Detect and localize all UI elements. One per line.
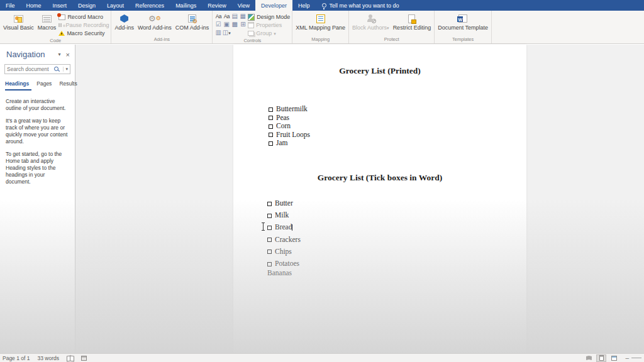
pause-recording-icon	[58, 23, 64, 28]
tickbox-control[interactable]	[267, 214, 272, 218]
dropdown-list-icon: ▩	[232, 21, 238, 28]
list-item[interactable]: Butter	[267, 197, 301, 209]
pane-options-caret-icon[interactable]: ▾	[58, 52, 61, 57]
word-addins-button[interactable]: Word Add-ins	[136, 12, 173, 31]
search-options-caret-icon[interactable]: ▾	[63, 67, 68, 72]
mapping-group-label: Mapping	[294, 36, 347, 43]
tickbox-control[interactable]	[267, 238, 272, 242]
controls-group-label: Controls	[214, 37, 290, 45]
list-item[interactable]: Potatoes	[267, 258, 301, 270]
list-item[interactable]: Bread	[267, 221, 301, 233]
navigation-pane: Navigation ▾ × Search document ▾ Heading…	[0, 45, 75, 353]
tab-layout[interactable]: Layout	[101, 0, 130, 11]
document-page[interactable]: Grocery List (Printed) Buttermilk Peas C…	[233, 45, 526, 353]
com-addins-icon	[188, 14, 196, 23]
group-button: Group	[248, 30, 290, 37]
document-heading-tickboxes[interactable]: Grocery List (Tick boxes in Word)	[233, 173, 526, 183]
checkbox-control-icon: ☑	[216, 21, 221, 28]
visual-basic-button[interactable]: Visual Basic	[2, 12, 35, 31]
checkbox-glyph	[269, 107, 273, 112]
list-item[interactable]: Milk	[267, 209, 301, 221]
pause-recording-button: Pause Recording	[58, 21, 109, 29]
ibeam-mouse-cursor	[261, 222, 265, 231]
macro-recording-icon[interactable]	[81, 356, 87, 361]
tab-insert[interactable]: Insert	[47, 0, 73, 11]
legacy-tools-button[interactable]: ◫	[223, 29, 230, 36]
tab-view[interactable]: View	[232, 0, 255, 11]
close-icon[interactable]: ×	[66, 51, 70, 58]
nav-tab-pages[interactable]: Pages	[36, 79, 54, 90]
tab-mailings[interactable]: Mailings	[170, 0, 202, 11]
word-count[interactable]: 33 words	[37, 355, 59, 361]
templates-group-label: Templates	[436, 36, 489, 43]
picture-control-icon: ▤	[232, 13, 238, 19]
list-item[interactable]: Jam	[269, 139, 310, 148]
tickbox-control[interactable]	[267, 202, 272, 206]
status-bar: Page 1 of 1 33 words –	[0, 353, 644, 362]
list-item[interactable]: Chips	[267, 246, 301, 258]
addins-button[interactable]: Add-ins	[113, 12, 135, 31]
document-template-button[interactable]: Document Template	[436, 12, 489, 31]
list-item[interactable]: Buttermilk	[269, 105, 310, 114]
tickbox-control[interactable]	[267, 226, 272, 230]
rich-text-control-button[interactable]: Aa	[214, 13, 222, 20]
plain-text-control-button[interactable]: Aa	[223, 13, 230, 20]
com-addins-button[interactable]: COM Add-ins	[174, 12, 211, 31]
macros-button[interactable]: Macros	[36, 12, 58, 31]
word-tickbox-list: Butter Milk Bread Crackers Chips Potatoe…	[267, 197, 301, 270]
visual-basic-icon	[14, 15, 23, 23]
nav-tab-headings[interactable]: Headings	[5, 79, 31, 90]
list-item[interactable]: Crackers	[267, 234, 301, 246]
record-macro-icon	[58, 14, 65, 20]
zoom-out-button[interactable]: –	[625, 356, 629, 361]
tickbox-control[interactable]	[267, 262, 272, 266]
restrict-editing-button[interactable]: Restrict Editing	[392, 12, 433, 31]
page-indicator[interactable]: Page 1 of 1	[3, 355, 30, 361]
building-block-gallery-button[interactable]: ▦	[239, 13, 247, 20]
design-mode-button[interactable]: Design Mode	[248, 13, 290, 21]
tab-design[interactable]: Design	[72, 0, 101, 11]
tell-me-box[interactable]: Tell me what you want to do	[316, 0, 406, 11]
list-item[interactable]: Fruit Loops	[269, 131, 310, 140]
tab-review[interactable]: Review	[202, 0, 232, 11]
checkbox-control-button[interactable]: ☑	[214, 21, 222, 28]
repeating-section-icon: ▥	[216, 30, 221, 36]
list-item[interactable]: Corn	[269, 122, 310, 131]
macro-security-button[interactable]: Macro Security	[58, 30, 109, 37]
text-cursor-caret	[292, 224, 292, 231]
search-placeholder: Search document	[7, 66, 54, 72]
checkbox-glyph	[269, 124, 273, 129]
trailing-paragraph[interactable]: Bananas	[267, 269, 292, 277]
tab-home[interactable]: Home	[21, 0, 47, 11]
web-layout-button[interactable]	[609, 354, 619, 362]
dropdown-list-control-button[interactable]: ▩	[231, 21, 238, 28]
checkbox-glyph	[269, 116, 273, 120]
chevron-down-icon	[387, 25, 389, 31]
tab-file[interactable]: File	[0, 0, 21, 11]
read-mode-button[interactable]	[584, 354, 594, 362]
picture-control-button[interactable]: ▤	[231, 13, 238, 20]
properties-icon	[248, 22, 254, 28]
content-controls-grid: Aa Aa ▤ ▦ ☑ ▣ ▩ ⊞ ▥ ◫	[214, 12, 247, 36]
search-input[interactable]: Search document ▾	[4, 64, 70, 74]
repeating-section-control-button[interactable]: ▥	[214, 29, 222, 36]
combo-box-control-button[interactable]: ▣	[223, 21, 230, 28]
search-icon[interactable]	[54, 67, 59, 72]
print-layout-button[interactable]	[596, 354, 606, 362]
printed-checkbox-list: Buttermilk Peas Corn Fruit Loops Jam	[269, 105, 310, 148]
document-heading-printed[interactable]: Grocery List (Printed)	[233, 66, 526, 76]
date-picker-control-button[interactable]: ⊞	[239, 21, 247, 28]
ribbon-group-code: Visual Basic Macros Record Macro Pause R…	[0, 11, 111, 43]
nav-tab-results[interactable]: Results	[59, 79, 79, 90]
tickbox-control[interactable]	[267, 250, 272, 254]
tab-references[interactable]: References	[130, 0, 170, 11]
tab-developer[interactable]: Developer	[255, 0, 292, 11]
zoom-slider[interactable]	[631, 358, 641, 358]
tab-help[interactable]: Help	[292, 0, 316, 11]
xml-mapping-pane-button[interactable]: XML Mapping Pane	[294, 12, 347, 31]
list-item[interactable]: Peas	[269, 114, 310, 123]
developer-ribbon: Visual Basic Macros Record Macro Pause R…	[0, 11, 644, 44]
checkbox-glyph	[269, 141, 273, 146]
record-macro-button[interactable]: Record Macro	[58, 13, 109, 21]
proofing-errors-icon[interactable]	[67, 356, 74, 361]
